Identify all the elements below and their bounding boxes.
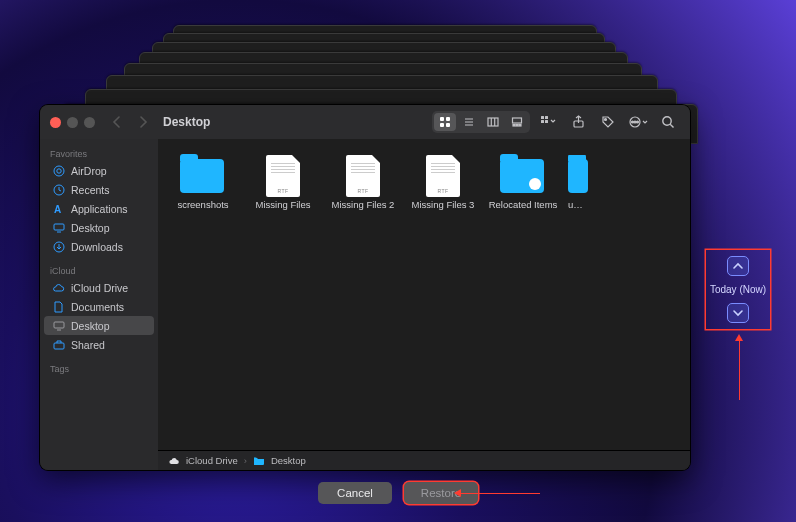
forward-button[interactable]: [133, 112, 153, 132]
file-label: Missing Files 2: [328, 199, 398, 210]
titlebar: Desktop: [40, 105, 690, 139]
finder-window: Desktop: [40, 105, 690, 470]
cancel-button[interactable]: Cancel: [318, 482, 392, 504]
group-by-button[interactable]: [536, 111, 560, 133]
path-bar: iCloud Drive › Desktop: [158, 450, 690, 470]
file-label: Missing Files: [248, 199, 318, 210]
svg-rect-33: [54, 322, 64, 328]
svg-point-21: [634, 121, 636, 123]
folder-icon: [253, 456, 265, 466]
airdrop-icon: [52, 164, 65, 177]
sidebar-item-applications[interactable]: A Applications: [44, 199, 154, 218]
svg-point-24: [663, 117, 671, 125]
gallery-view-button[interactable]: [506, 113, 528, 131]
file-label: untitled: [568, 199, 588, 210]
svg-rect-0: [440, 117, 444, 121]
downloads-icon: [52, 240, 65, 253]
column-view-button[interactable]: [482, 113, 504, 131]
svg-rect-13: [519, 125, 521, 127]
sidebar-item-label: iCloud Drive: [71, 282, 128, 294]
file-item[interactable]: untitled: [568, 155, 588, 210]
folder-icon: [180, 159, 224, 193]
tags-button[interactable]: [596, 111, 620, 133]
svg-rect-2: [440, 123, 444, 127]
cloud-icon: [52, 281, 65, 294]
folder-icon: [500, 159, 544, 193]
sidebar-section-header: Tags: [40, 360, 158, 376]
file-item[interactable]: Missing Files: [248, 155, 318, 210]
share-button[interactable]: [566, 111, 590, 133]
window-title: Desktop: [163, 115, 210, 129]
sidebar-item-label: Documents: [71, 301, 124, 313]
file-item[interactable]: Missing Files 2: [328, 155, 398, 210]
sidebar-item-label: AirDrop: [71, 165, 107, 177]
svg-rect-30: [54, 224, 64, 230]
zoom-window-button[interactable]: [84, 117, 95, 128]
chevron-right-icon: ›: [244, 455, 247, 466]
sidebar-item-downloads[interactable]: Downloads: [44, 237, 154, 256]
search-button[interactable]: [656, 111, 680, 133]
back-button[interactable]: [107, 112, 127, 132]
svg-rect-11: [513, 125, 515, 127]
rtf-icon: [266, 155, 300, 197]
view-mode-group: [432, 111, 530, 133]
timeline-down-button[interactable]: [727, 303, 749, 323]
path-crumb[interactable]: Desktop: [271, 455, 306, 466]
svg-text:A: A: [54, 204, 61, 215]
minimize-window-button[interactable]: [67, 117, 78, 128]
sidebar-item-label: Desktop: [71, 222, 110, 234]
documents-icon: [52, 300, 65, 313]
desktop-icon: [52, 221, 65, 234]
sidebar-section-header: iCloud: [40, 262, 158, 278]
rtf-icon: [426, 155, 460, 197]
svg-rect-10: [513, 118, 522, 123]
sidebar-item-label: Applications: [71, 203, 128, 215]
file-label: screenshots: [168, 199, 238, 210]
svg-rect-12: [516, 125, 518, 127]
cloud-icon: [168, 456, 180, 466]
list-view-button[interactable]: [458, 113, 480, 131]
sidebar-item-airdrop[interactable]: AirDrop: [44, 161, 154, 180]
apps-icon: A: [52, 202, 65, 215]
svg-point-19: [605, 119, 607, 121]
svg-rect-14: [541, 116, 544, 119]
rtf-icon: [346, 155, 380, 197]
sidebar-item-desktop[interactable]: Desktop: [44, 218, 154, 237]
file-item[interactable]: screenshots: [168, 155, 238, 210]
shared-icon: [52, 338, 65, 351]
timeline-label: Today (Now): [710, 284, 766, 295]
folder-icon: [568, 159, 588, 193]
svg-rect-35: [54, 343, 64, 349]
timeline-navigator: Today (Now): [706, 250, 770, 329]
sidebar-section-header: Favorites: [40, 145, 158, 161]
svg-rect-7: [488, 118, 498, 126]
sidebar-item-documents[interactable]: Documents: [44, 297, 154, 316]
file-grid[interactable]: screenshots Missing Files Missing Files …: [158, 139, 690, 450]
clock-icon: [52, 183, 65, 196]
icon-view-button[interactable]: [434, 113, 456, 131]
content-area: screenshots Missing Files Missing Files …: [158, 139, 690, 470]
svg-point-26: [54, 166, 64, 176]
sidebar-item-icloud-drive[interactable]: iCloud Drive: [44, 278, 154, 297]
sidebar-item-desktop-icloud[interactable]: Desktop: [44, 316, 154, 335]
file-label: Missing Files 3: [408, 199, 478, 210]
window-controls: [50, 117, 95, 128]
svg-point-22: [632, 121, 634, 123]
file-label: Relocated Items: [488, 199, 558, 210]
sidebar-item-recents[interactable]: Recents: [44, 180, 154, 199]
path-crumb[interactable]: iCloud Drive: [186, 455, 238, 466]
svg-line-25: [670, 124, 673, 127]
desktop-icon: [52, 319, 65, 332]
file-item[interactable]: Relocated Items: [488, 155, 558, 210]
timeline-up-button[interactable]: [727, 256, 749, 276]
file-item[interactable]: Missing Files 3: [408, 155, 478, 210]
action-menu-button[interactable]: [626, 111, 650, 133]
svg-point-23: [637, 121, 639, 123]
sidebar: Favorites AirDrop Recents A Applications…: [40, 139, 158, 470]
svg-rect-17: [545, 120, 548, 123]
close-window-button[interactable]: [50, 117, 61, 128]
action-bar: Cancel Restore: [0, 482, 796, 504]
sidebar-item-shared[interactable]: Shared: [44, 335, 154, 354]
sidebar-item-label: Downloads: [71, 241, 123, 253]
svg-point-27: [56, 168, 60, 172]
